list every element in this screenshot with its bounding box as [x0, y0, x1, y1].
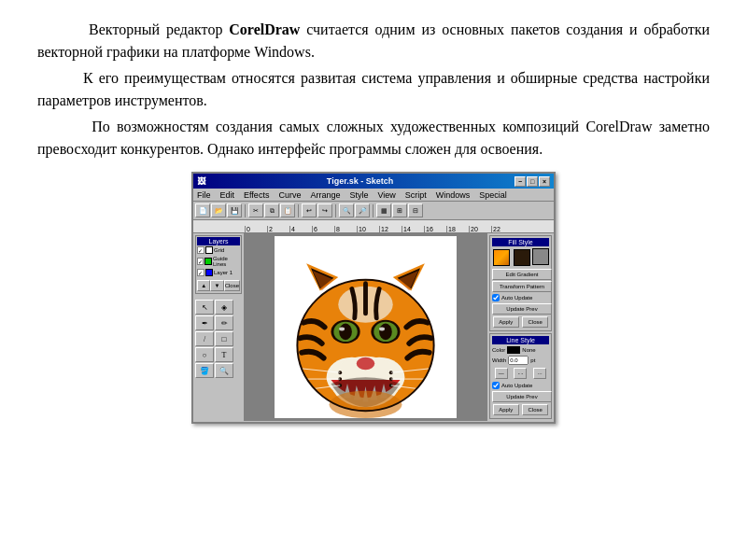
- menu-file[interactable]: File: [195, 190, 213, 200]
- tool-pen[interactable]: ✒: [195, 315, 214, 330]
- layer-grid-check[interactable]: ✓: [197, 246, 204, 254]
- layer-close-btn[interactable]: Close: [224, 280, 240, 291]
- toolbar-new[interactable]: 📄: [195, 203, 210, 217]
- close-btn[interactable]: Close: [522, 316, 548, 328]
- color-lime[interactable]: [290, 423, 300, 424]
- menu-view[interactable]: View: [375, 190, 397, 200]
- color-fuchsia[interactable]: [346, 423, 356, 424]
- line-color-swatch[interactable]: [507, 346, 520, 354]
- tool-select[interactable]: ↖: [195, 300, 214, 315]
- color-red[interactable]: [244, 423, 253, 424]
- color-pink[interactable]: [365, 423, 374, 424]
- menu-style[interactable]: Style: [347, 190, 370, 200]
- color-orange[interactable]: [262, 423, 272, 424]
- tool-node[interactable]: ◈: [215, 300, 233, 315]
- toolbar-ungroup[interactable]: ⊟: [408, 203, 423, 217]
- layer-del-btn[interactable]: ▼: [210, 280, 223, 291]
- tool-text[interactable]: T: [215, 347, 233, 362]
- color-light-blue[interactable]: [393, 423, 402, 424]
- tool-pencil[interactable]: ✏: [215, 315, 233, 330]
- color-white[interactable]: [234, 423, 244, 424]
- line-style-dot[interactable]: ···: [533, 368, 546, 379]
- layer-guide-check[interactable]: ✓: [197, 258, 204, 265]
- color-maroon[interactable]: [253, 423, 262, 424]
- canvas-area[interactable]: [245, 233, 486, 421]
- tool-ellipse[interactable]: ○: [195, 347, 214, 362]
- menu-edit[interactable]: Edit: [218, 190, 237, 200]
- color-black[interactable]: [206, 423, 216, 424]
- color-light-green[interactable]: [384, 423, 393, 424]
- line-auto-update-check[interactable]: [492, 382, 500, 389]
- toolbar-zoom-out[interactable]: 🔎: [355, 203, 370, 217]
- color-navy[interactable]: [337, 423, 346, 424]
- ruler-18: 18: [446, 226, 469, 232]
- line-style-dash[interactable]: - -: [514, 368, 527, 379]
- menu-special[interactable]: Special: [477, 190, 509, 200]
- svg-point-18: [379, 324, 392, 341]
- color-light-red[interactable]: [374, 423, 384, 424]
- toolbar-cut[interactable]: ✂: [248, 203, 263, 217]
- line-apply-btn[interactable]: Apply: [493, 404, 519, 415]
- color-purple[interactable]: [356, 423, 365, 424]
- line-update-prev-btn[interactable]: Update Prev: [492, 391, 552, 402]
- width-input[interactable]: [508, 356, 529, 365]
- width-label: Width: [492, 357, 506, 363]
- color-label: Color: [492, 347, 505, 353]
- layer-add-btn[interactable]: ▲: [197, 280, 210, 291]
- color-yellow[interactable]: [272, 423, 281, 424]
- tool-line[interactable]: /: [195, 331, 214, 346]
- tool-zoom[interactable]: 🔍: [215, 363, 233, 378]
- toolbar-align[interactable]: ▦: [376, 203, 391, 217]
- menu-curve[interactable]: Curve: [276, 190, 303, 200]
- color-palette: ◄ ►: [193, 421, 554, 424]
- right-panel: Fill Style Edit Gradient Transform Patte…: [486, 233, 554, 421]
- menu-windows[interactable]: Windows: [434, 190, 472, 200]
- layer-guide: ✓ Guide Lines: [197, 255, 240, 268]
- update-prev-btn[interactable]: Update Prev: [492, 303, 552, 315]
- toolbar-paste[interactable]: 📋: [280, 203, 295, 217]
- p2-text: К его преимуществам относятся развитая с…: [37, 70, 710, 108]
- toolbar-zoom-in[interactable]: 🔍: [339, 203, 354, 217]
- palette-prev[interactable]: ◄: [195, 422, 206, 424]
- layer-1-check[interactable]: ✓: [197, 269, 204, 276]
- fill-swatch-1[interactable]: [493, 249, 510, 266]
- color-silver[interactable]: [225, 423, 234, 424]
- toolbar-open[interactable]: 📂: [211, 203, 226, 217]
- fill-swatch-2[interactable]: [514, 249, 530, 266]
- toolbar-copy[interactable]: ⧉: [264, 203, 279, 217]
- toolbar-group[interactable]: ⊞: [392, 203, 407, 217]
- color-olive[interactable]: [281, 423, 290, 424]
- ruler-22: 22: [491, 226, 514, 232]
- window-titlebar: 🖼 Tiger.sk - Sketch − □ ×: [193, 174, 554, 189]
- paragraph-1: Векторный редактор CorelDraw считается о…: [37, 19, 710, 63]
- palette-next[interactable]: ►: [402, 422, 414, 424]
- toolbar-redo[interactable]: ↪: [317, 203, 332, 217]
- color-cyan[interactable]: [309, 423, 318, 424]
- gradient-btn[interactable]: Edit Gradient: [492, 269, 552, 280]
- tool-rect[interactable]: □: [215, 331, 233, 346]
- color-blue[interactable]: [328, 423, 337, 424]
- svg-point-14: [339, 324, 352, 341]
- maximize-button[interactable]: □: [527, 176, 538, 187]
- close-button[interactable]: ×: [539, 176, 550, 187]
- fill-swatch-3[interactable]: [532, 248, 549, 265]
- toolbar-undo[interactable]: ↩: [302, 203, 317, 217]
- toolbar-save[interactable]: 💾: [227, 203, 242, 217]
- tool-fill[interactable]: 🪣: [195, 363, 214, 378]
- color-green[interactable]: [300, 423, 309, 424]
- auto-update-check[interactable]: [492, 294, 500, 301]
- color-gray[interactable]: [216, 423, 225, 424]
- fill-style-title: Fill Style: [492, 238, 549, 246]
- menu-arrange[interactable]: Arrange: [308, 190, 342, 200]
- minimize-button[interactable]: −: [514, 176, 526, 187]
- main-area: Layers ✓ Grid ✓ Guide Lines ✓: [193, 233, 554, 421]
- tool-row-5: 🪣 🔍: [195, 363, 242, 378]
- transform-btn[interactable]: Transform Pattern: [492, 281, 552, 292]
- ruler-14: 14: [402, 226, 424, 232]
- color-teal[interactable]: [318, 423, 328, 424]
- menu-effects[interactable]: Effects: [242, 190, 271, 200]
- apply-btn[interactable]: Apply: [493, 316, 519, 328]
- line-close-btn[interactable]: Close: [522, 404, 548, 415]
- line-style-solid[interactable]: —: [495, 368, 508, 379]
- menu-script[interactable]: Script: [403, 190, 429, 200]
